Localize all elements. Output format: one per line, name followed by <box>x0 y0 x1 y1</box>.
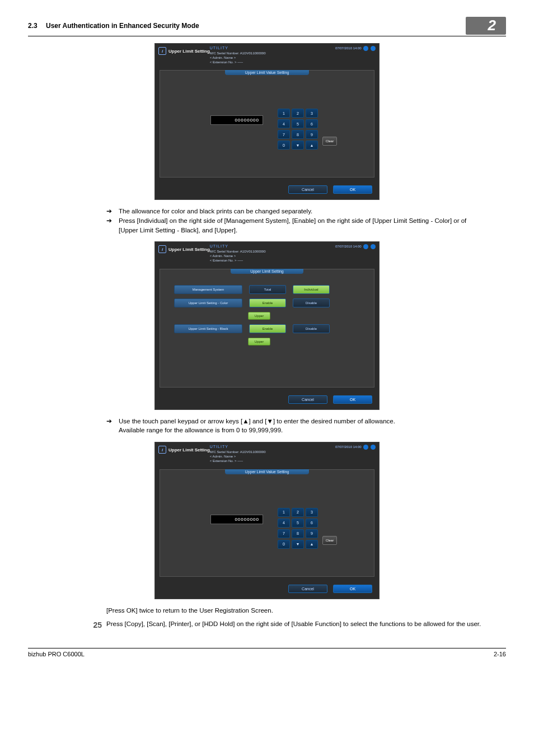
cancel-button[interactable]: Cancel <box>288 585 327 593</box>
upper-black-button[interactable]: Upper <box>248 338 270 346</box>
row-management-system: Management System Total Individual <box>174 285 360 294</box>
individual-button[interactable]: Individual <box>293 285 330 294</box>
ok-button[interactable]: OK <box>333 585 372 593</box>
key-7[interactable]: 7 <box>278 529 290 538</box>
black-label: Upper Limit Setting - Black <box>174 324 242 333</box>
value-display: 00000000 <box>210 115 263 125</box>
panel-subtitle: Upper Limit Value Setting <box>225 469 309 474</box>
row-color: Upper Limit Setting - Color Enable Disab… <box>174 298 360 307</box>
key-2[interactable]: 2 <box>292 109 304 118</box>
utility-label: UTILITY <box>210 244 228 249</box>
status-icon <box>363 46 368 51</box>
bullet-3: ➔ Use the touch panel keypad or arrow ke… <box>106 417 487 435</box>
page-footer: bizhub PRO C6000L 2-16 <box>28 648 506 657</box>
step-25: 25 Press [Copy], [Scan], [Printer], or [… <box>87 619 490 631</box>
keypad: 1 2 3 4 5 6 7 8 9 0 ▼ ▲ <box>278 508 318 549</box>
key-5[interactable]: 5 <box>292 519 304 528</box>
key-clear[interactable]: Clear <box>322 536 337 545</box>
help-icon <box>371 445 376 450</box>
help-icon <box>371 244 376 249</box>
datetime-label: 07/07/2010 14:00 <box>335 46 376 50</box>
key-2[interactable]: 2 <box>292 508 304 517</box>
enable-color-button[interactable]: Enable <box>249 298 286 307</box>
arrow-icon: ➔ <box>106 207 114 216</box>
cancel-button[interactable]: Cancel <box>288 395 327 404</box>
disable-color-button[interactable]: Disable <box>293 298 330 307</box>
key-down[interactable]: ▼ <box>292 141 304 150</box>
key-8[interactable]: 8 <box>292 130 304 139</box>
key-5[interactable]: 5 <box>292 119 304 128</box>
footer-product: bizhub PRO C6000L <box>28 651 85 657</box>
step-text: Press [Copy], [Scan], [Printer], or [HDD… <box>106 619 481 631</box>
key-4[interactable]: 4 <box>278 519 290 528</box>
panel-title: Upper Limit Setting <box>168 49 210 54</box>
panel-title: Upper Limit Setting <box>168 447 210 452</box>
key-0[interactable]: 0 <box>278 540 290 549</box>
key-8[interactable]: 8 <box>292 529 304 538</box>
datetime-label: 07/07/2010 14:00 <box>335 244 376 249</box>
screenshot-upper-limit-value-2: i Upper Limit Setting UTILITY 07/07/2010… <box>154 442 380 599</box>
ok-button[interactable]: OK <box>333 395 372 404</box>
key-clear[interactable]: Clear <box>322 137 337 146</box>
value-display: 00000000 <box>210 515 263 524</box>
section-number: 2.3 <box>28 22 38 30</box>
info-icon: i <box>158 245 166 253</box>
total-button[interactable]: Total <box>249 285 286 294</box>
key-7[interactable]: 7 <box>278 130 290 139</box>
section-title: User Authentication in Enhanced Security… <box>46 22 199 30</box>
footer-page: 2-16 <box>494 651 506 657</box>
enable-black-button[interactable]: Enable <box>249 324 286 333</box>
panel-subtitle: Upper Limit Setting <box>231 269 303 274</box>
mgmt-label: Management System <box>174 285 242 294</box>
screenshot-upper-limit-setting: i Upper Limit Setting UTILITY 07/07/2010… <box>154 241 380 409</box>
panel-title: Upper Limit Setting <box>168 247 210 252</box>
step-number: 25 <box>87 619 102 631</box>
keypad: 1 2 3 4 5 6 7 8 9 0 ▼ ▲ <box>278 109 318 150</box>
section-heading: 2.3 User Authentication in Enhanced Secu… <box>28 22 199 30</box>
color-label: Upper Limit Setting - Color <box>174 298 242 307</box>
key-4[interactable]: 4 <box>278 119 290 128</box>
info-icon: i <box>158 47 166 55</box>
arrow-icon: ➔ <box>106 417 114 435</box>
status-icon <box>363 244 368 249</box>
chapter-badge: 2 <box>466 17 506 35</box>
upper-color-button[interactable]: Upper <box>248 312 270 320</box>
key-up[interactable]: ▲ <box>306 540 318 549</box>
datetime-label: 07/07/2010 14:00 <box>335 445 376 449</box>
key-1[interactable]: 1 <box>278 508 290 517</box>
disable-black-button[interactable]: Disable <box>293 324 330 333</box>
screenshot-upper-limit-value-1: i Upper Limit Setting UTILITY 07/07/2010… <box>154 43 380 200</box>
cancel-button[interactable]: Cancel <box>288 185 327 194</box>
key-down[interactable]: ▼ <box>292 540 304 549</box>
panel-subtitle: Upper Limit Value Setting <box>225 70 309 75</box>
key-3[interactable]: 3 <box>306 508 318 517</box>
row-black: Upper Limit Setting - Black Enable Disab… <box>174 324 360 333</box>
status-icon <box>363 445 368 450</box>
arrow-icon: ➔ <box>106 216 114 235</box>
utility-label: UTILITY <box>210 46 228 50</box>
key-1[interactable]: 1 <box>278 109 290 118</box>
key-6[interactable]: 6 <box>306 519 318 528</box>
utility-label: UTILITY <box>210 445 228 449</box>
press-ok-text: [Press OK] twice to return to the User R… <box>106 606 487 615</box>
key-0[interactable]: 0 <box>278 141 290 150</box>
ok-button[interactable]: OK <box>333 185 372 194</box>
bullet-2: ➔ Press [Individual] on the right side o… <box>106 216 487 235</box>
info-icon: i <box>158 446 166 454</box>
key-9[interactable]: 9 <box>306 130 318 139</box>
key-6[interactable]: 6 <box>306 119 318 128</box>
key-up[interactable]: ▲ <box>306 141 318 150</box>
bullet-1: ➔ The allowance for color and black prin… <box>106 207 487 216</box>
page-header: 2.3 User Authentication in Enhanced Secu… <box>28 17 506 36</box>
key-3[interactable]: 3 <box>306 109 318 118</box>
key-9[interactable]: 9 <box>306 529 318 538</box>
help-icon <box>371 46 376 51</box>
